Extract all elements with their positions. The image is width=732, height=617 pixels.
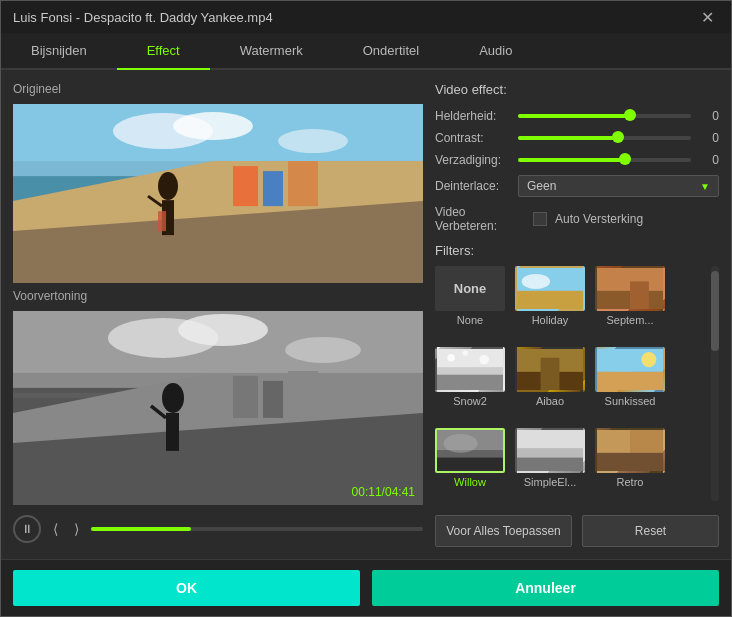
filters-section: Filters: None None bbox=[435, 243, 719, 501]
helderheid-fill bbox=[518, 114, 630, 118]
filters-scrollbar[interactable] bbox=[711, 266, 719, 501]
svg-point-18 bbox=[178, 314, 268, 346]
verzadiging-slider[interactable] bbox=[518, 158, 691, 162]
reset-button[interactable]: Reset bbox=[582, 515, 719, 547]
svg-rect-31 bbox=[517, 291, 583, 309]
helderheid-label: Helderheid: bbox=[435, 109, 510, 123]
filter-aibao[interactable]: Aibao bbox=[515, 347, 585, 420]
title-bar: Luis Fonsi - Despacito ft. Daddy Yankee.… bbox=[1, 1, 731, 33]
svg-rect-25 bbox=[263, 381, 283, 418]
enhance-label: Video Verbeteren: bbox=[435, 205, 525, 233]
filter-none-thumb: None bbox=[435, 266, 505, 311]
filter-none[interactable]: None None bbox=[435, 266, 505, 339]
verzadiging-row: Verzadiging: 0 bbox=[435, 153, 719, 167]
svg-rect-10 bbox=[288, 161, 318, 206]
close-button[interactable]: ✕ bbox=[695, 5, 719, 29]
tab-audio[interactable]: Audio bbox=[449, 33, 542, 70]
tab-bijsnijden[interactable]: Bijsnijden bbox=[1, 33, 117, 70]
filter-snow2[interactable]: Snow2 bbox=[435, 347, 505, 420]
svg-rect-35 bbox=[630, 281, 649, 309]
video-timestamp: 00:11/04:41 bbox=[352, 485, 415, 499]
right-panel: Video effect: Helderheid: 0 Contrast: bbox=[435, 82, 719, 547]
deinterlace-label: Deinterlace: bbox=[435, 179, 510, 193]
svg-rect-24 bbox=[233, 376, 258, 418]
filter-willow[interactable]: Willow bbox=[435, 428, 505, 501]
deinterlace-value: Geen bbox=[527, 179, 556, 193]
svg-rect-50 bbox=[437, 458, 503, 471]
svg-point-27 bbox=[162, 383, 184, 413]
contrast-fill bbox=[518, 136, 618, 140]
chevron-down-icon: ▼ bbox=[700, 181, 710, 192]
filter-willow-thumb bbox=[435, 428, 505, 473]
filter-none-label: None bbox=[457, 314, 483, 326]
verzadiging-fill bbox=[518, 158, 625, 162]
original-label: Origineel bbox=[13, 82, 423, 96]
enhance-checkbox[interactable] bbox=[533, 212, 547, 226]
svg-point-19 bbox=[285, 337, 361, 363]
helderheid-value: 0 bbox=[699, 109, 719, 123]
next-frame-button[interactable]: ⟩ bbox=[70, 519, 83, 539]
filter-simpleel-thumb bbox=[515, 428, 585, 473]
filter-retro[interactable]: Retro bbox=[595, 428, 665, 501]
filters-grid: None None bbox=[435, 266, 707, 501]
original-video bbox=[13, 104, 423, 283]
filter-holiday[interactable]: Holiday bbox=[515, 266, 585, 339]
svg-rect-44 bbox=[541, 358, 560, 390]
verzadiging-thumb bbox=[619, 153, 631, 165]
tab-watermerk[interactable]: Watermerk bbox=[210, 33, 333, 70]
svg-rect-26 bbox=[288, 371, 318, 418]
svg-rect-53 bbox=[517, 430, 583, 448]
tab-ondertitel[interactable]: Ondertitel bbox=[333, 33, 449, 70]
filter-snow2-label: Snow2 bbox=[453, 395, 487, 407]
filter-snow2-thumb bbox=[435, 347, 505, 392]
filter-sunkissed-thumb bbox=[595, 347, 665, 392]
preview-video: 00:11/04:41 bbox=[13, 311, 423, 505]
filter-retro-label: Retro bbox=[617, 476, 644, 488]
svg-rect-9 bbox=[263, 171, 283, 206]
svg-rect-28 bbox=[166, 413, 179, 451]
filter-septem[interactable]: Septem... bbox=[595, 266, 665, 339]
enhance-text: Auto Versterking bbox=[555, 212, 643, 226]
filter-aibao-label: Aibao bbox=[536, 395, 564, 407]
filter-holiday-thumb bbox=[515, 266, 585, 311]
scrollbar-thumb bbox=[711, 271, 719, 351]
tab-bar: Bijsnijden Effect Watermerk Ondertitel A… bbox=[1, 33, 731, 70]
effect-title: Video effect: bbox=[435, 82, 719, 97]
svg-rect-8 bbox=[233, 166, 258, 206]
svg-point-40 bbox=[462, 350, 468, 356]
tab-effect[interactable]: Effect bbox=[117, 33, 210, 70]
verzadiging-value: 0 bbox=[699, 153, 719, 167]
svg-rect-57 bbox=[597, 453, 663, 471]
helderheid-slider[interactable] bbox=[518, 114, 691, 118]
original-video-image bbox=[13, 104, 423, 283]
filter-simpleel-label: SimpleEl... bbox=[524, 476, 577, 488]
prev-frame-button[interactable]: ⟨ bbox=[49, 519, 62, 539]
svg-point-39 bbox=[447, 354, 455, 362]
svg-rect-38 bbox=[437, 375, 503, 390]
filters-grid-wrapper: None None bbox=[435, 266, 719, 501]
play-pause-button[interactable]: ⏸ bbox=[13, 515, 41, 543]
deinterlace-dropdown[interactable]: Geen ▼ bbox=[518, 175, 719, 197]
svg-rect-13 bbox=[158, 211, 166, 231]
ok-button[interactable]: OK bbox=[13, 570, 360, 606]
svg-point-3 bbox=[173, 112, 253, 140]
filter-simpleel[interactable]: SimpleEl... bbox=[515, 428, 585, 501]
progress-fill bbox=[91, 527, 191, 531]
cancel-button[interactable]: Annuleer bbox=[372, 570, 719, 606]
filter-willow-label: Willow bbox=[454, 476, 486, 488]
svg-rect-54 bbox=[517, 458, 583, 471]
enhance-row: Video Verbeteren: Auto Versterking bbox=[435, 205, 719, 233]
svg-rect-37 bbox=[437, 349, 503, 367]
contrast-label: Contrast: bbox=[435, 131, 510, 145]
svg-point-4 bbox=[278, 129, 348, 153]
svg-point-11 bbox=[158, 172, 178, 200]
window-title: Luis Fonsi - Despacito ft. Daddy Yankee.… bbox=[13, 10, 695, 25]
filter-sunkissed[interactable]: Sunkissed bbox=[595, 347, 665, 420]
progress-bar[interactable] bbox=[91, 527, 423, 531]
filter-retro-thumb bbox=[595, 428, 665, 473]
dialog-footer: OK Annuleer bbox=[1, 559, 731, 616]
apply-all-button[interactable]: Voor Alles Toepassen bbox=[435, 515, 572, 547]
helderheid-row: Helderheid: 0 bbox=[435, 109, 719, 123]
svg-rect-46 bbox=[597, 372, 663, 390]
contrast-slider[interactable] bbox=[518, 136, 691, 140]
